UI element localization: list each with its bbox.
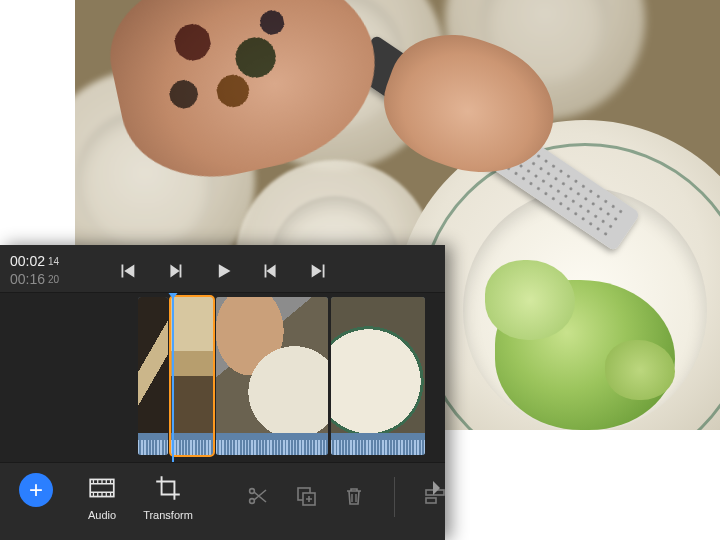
audio-filmstrip-icon — [87, 473, 117, 503]
timecode-current-main: 00:02 — [10, 253, 45, 271]
toolbar: + Audio Transform — [0, 462, 445, 540]
secondary-tools — [246, 475, 447, 517]
timecode-total-frames: 20 — [48, 274, 59, 287]
timecode-total-main: 00:16 — [10, 271, 45, 289]
step-back-button[interactable] — [164, 260, 186, 282]
audio-tool[interactable]: Audio — [80, 473, 124, 521]
split-button[interactable] — [246, 484, 270, 508]
toolbar-divider — [394, 477, 395, 517]
delete-button[interactable] — [342, 484, 366, 508]
editor-panel: 00:02 14 00:16 20 — [0, 245, 445, 540]
clip[interactable] — [138, 297, 168, 455]
transport-bar: 00:02 14 00:16 20 — [0, 245, 445, 292]
timecode-current-frames: 14 — [48, 256, 59, 269]
timecode[interactable]: 00:02 14 00:16 20 — [10, 253, 78, 288]
playhead[interactable] — [172, 293, 174, 462]
crop-rotate-icon — [153, 473, 183, 503]
clip-selected[interactable] — [171, 297, 213, 455]
clip-strip — [138, 297, 425, 455]
playback-controls — [116, 260, 330, 282]
play-button[interactable] — [212, 260, 234, 282]
timecode-current: 00:02 14 — [10, 253, 78, 271]
skip-start-button[interactable] — [116, 260, 138, 282]
clip[interactable] — [331, 297, 425, 455]
clip[interactable] — [216, 297, 328, 455]
skip-end-button[interactable] — [308, 260, 330, 282]
transform-tool[interactable]: Transform — [146, 473, 190, 521]
plus-icon: + — [19, 473, 53, 507]
timecode-total: 00:16 20 — [10, 271, 78, 289]
scroll-right-button[interactable] — [431, 480, 441, 496]
step-forward-button[interactable] — [260, 260, 282, 282]
transform-label: Transform — [143, 509, 193, 521]
timeline[interactable] — [0, 292, 445, 462]
duplicate-button[interactable] — [294, 484, 318, 508]
svg-rect-6 — [426, 498, 436, 503]
add-button[interactable]: + — [14, 473, 58, 507]
audio-label: Audio — [88, 509, 116, 521]
